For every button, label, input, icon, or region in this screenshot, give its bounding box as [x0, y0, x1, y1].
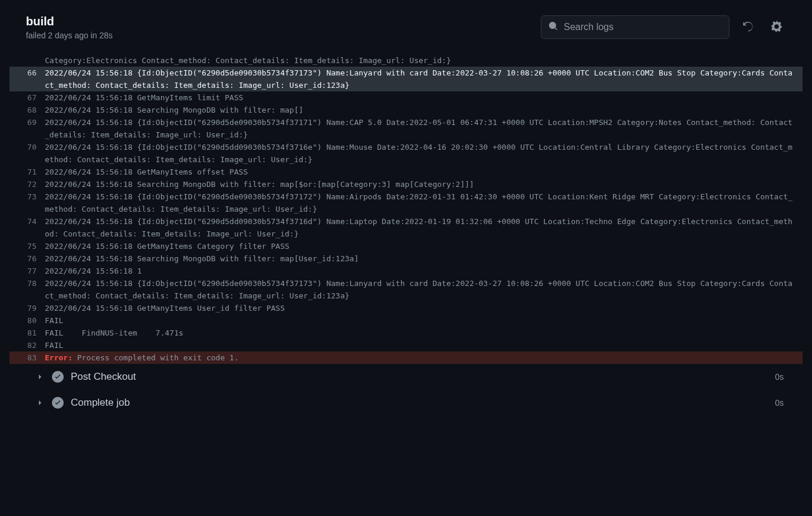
line-number: 80 — [9, 314, 45, 327]
log-line[interactable]: 782022/06/24 15:56:18 {Id:ObjectID("6290… — [9, 277, 803, 302]
search-icon — [548, 21, 558, 33]
line-number: 66 — [9, 67, 45, 79]
step-time: 0s — [775, 372, 791, 382]
log-line[interactable]: 792022/06/24 15:56:18 GetManyItems User_… — [9, 302, 803, 314]
log-text: FAIL — [45, 314, 803, 327]
job-subtitle: failed 2 days ago in 28s — [26, 31, 113, 40]
log-line[interactable]: 682022/06/24 15:56:18 Searching MongoDB … — [9, 104, 803, 116]
log-text: FAIL — [45, 339, 803, 351]
check-circle-icon — [52, 371, 64, 383]
line-number: 73 — [9, 190, 45, 203]
log-line[interactable]: 702022/06/24 15:56:18 {Id:ObjectID("6290… — [9, 141, 803, 166]
line-number: 70 — [9, 141, 45, 153]
log-line[interactable]: 722022/06/24 15:56:18 Searching MongoDB … — [9, 178, 803, 190]
log-line[interactable]: 762022/06/24 15:56:18 Searching MongoDB … — [9, 252, 803, 265]
log-line[interactable]: 80FAIL — [9, 314, 803, 327]
check-circle-icon — [52, 397, 64, 409]
log-line[interactable]: 81FAIL FindNUS-item 7.471s — [9, 327, 803, 339]
log-text: 2022/06/24 15:56:18 {Id:ObjectID("6290d5… — [45, 277, 803, 302]
log-text: 2022/06/24 15:56:18 {Id:ObjectID("6290d5… — [45, 67, 803, 91]
log-text: 2022/06/24 15:56:18 {Id:ObjectID("6290d5… — [45, 141, 803, 166]
search-input[interactable] — [564, 22, 722, 32]
log-text: Category:Electronics Contact_method: Con… — [45, 54, 803, 67]
line-number: 77 — [9, 265, 45, 277]
line-number: 76 — [9, 252, 45, 265]
refresh-icon — [742, 21, 754, 34]
error-prefix: Error: — [45, 353, 73, 362]
log-line[interactable]: 752022/06/24 15:56:18 GetManyItems Categ… — [9, 240, 803, 252]
log-text: FAIL FindNUS-item 7.471s — [45, 327, 803, 339]
chevron-right-icon — [35, 372, 45, 382]
refresh-button[interactable] — [739, 17, 758, 38]
log-text: 2022/06/24 15:56:18 {Id:ObjectID("6290d5… — [45, 215, 803, 240]
log-line[interactable]: 692022/06/24 15:56:18 {Id:ObjectID("6290… — [9, 116, 803, 141]
header-right — [541, 15, 786, 39]
log-line[interactable]: 83Error: Process completed with exit cod… — [9, 351, 803, 364]
log-text: 2022/06/24 15:56:18 Searching MongoDB wi… — [45, 104, 803, 116]
line-number: 74 — [9, 215, 45, 228]
line-number: 75 — [9, 240, 45, 252]
step-name: Post Checkout — [71, 371, 768, 383]
search-box[interactable] — [541, 15, 729, 39]
chevron-right-icon — [35, 398, 45, 407]
log-text: 2022/06/24 15:56:18 {Id:ObjectID("6290d5… — [45, 116, 803, 141]
log-text: 2022/06/24 15:56:18 Searching MongoDB wi… — [45, 178, 803, 190]
step-row[interactable]: Complete job0s — [9, 390, 803, 416]
log-line[interactable]: Category:Electronics Contact_method: Con… — [9, 54, 803, 67]
log-text: 2022/06/24 15:56:18 GetManyItems User_id… — [45, 302, 803, 314]
step-name: Complete job — [71, 397, 768, 409]
log-lines[interactable]: Category:Electronics Contact_method: Con… — [9, 54, 803, 364]
line-number: 72 — [9, 178, 45, 190]
log-line[interactable]: 742022/06/24 15:56:18 {Id:ObjectID("6290… — [9, 215, 803, 240]
log-line[interactable]: 712022/06/24 15:56:18 GetManyItems offse… — [9, 166, 803, 178]
line-number: 82 — [9, 339, 45, 351]
line-number: 68 — [9, 104, 45, 116]
step-time: 0s — [775, 398, 791, 407]
line-number: 67 — [9, 91, 45, 104]
log-text: Error: Process completed with exit code … — [45, 351, 803, 364]
log-panel: Category:Electronics Contact_method: Con… — [9, 54, 803, 416]
log-line[interactable]: 672022/06/24 15:56:18 GetManyItems limit… — [9, 91, 803, 104]
log-text: 2022/06/24 15:56:18 1 — [45, 265, 803, 277]
line-number: 78 — [9, 277, 45, 290]
log-line[interactable]: 662022/06/24 15:56:18 {Id:ObjectID("6290… — [9, 67, 803, 91]
line-number: 81 — [9, 327, 45, 339]
log-text: 2022/06/24 15:56:18 GetManyItems Categor… — [45, 240, 803, 252]
log-line[interactable]: 82FAIL — [9, 339, 803, 351]
log-line[interactable]: 732022/06/24 15:56:18 {Id:ObjectID("6290… — [9, 190, 803, 215]
log-text: 2022/06/24 15:56:18 GetManyItems offset … — [45, 166, 803, 178]
header-left: build failed 2 days ago in 28s — [26, 15, 113, 40]
log-text: 2022/06/24 15:56:18 {Id:ObjectID("6290d5… — [45, 190, 803, 215]
line-number: 79 — [9, 302, 45, 314]
line-number: 71 — [9, 166, 45, 178]
line-number: 69 — [9, 116, 45, 129]
log-text: 2022/06/24 15:56:18 GetManyItems limit P… — [45, 91, 803, 104]
log-text: 2022/06/24 15:56:18 Searching MongoDB wi… — [45, 252, 803, 265]
job-title: build — [26, 15, 113, 28]
settings-button[interactable] — [767, 17, 786, 38]
log-line[interactable]: 772022/06/24 15:56:18 1 — [9, 265, 803, 277]
gear-icon — [771, 21, 783, 34]
step-row[interactable]: Post Checkout0s — [9, 364, 803, 390]
job-header: build failed 2 days ago in 28s — [0, 0, 812, 54]
line-number: 83 — [9, 351, 45, 364]
steps-container: Post Checkout0sComplete job0s — [9, 364, 803, 416]
